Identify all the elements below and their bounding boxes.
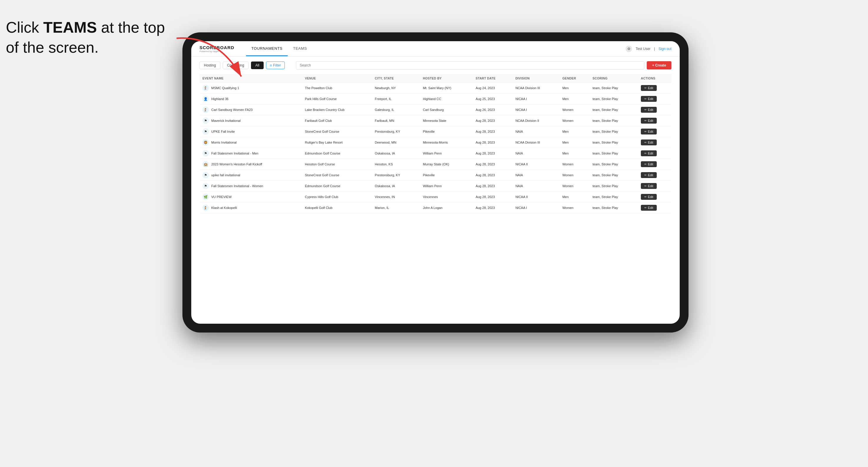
event-name-text: Maverick Invitational xyxy=(211,119,241,122)
filter-button[interactable]: ≡ Filter xyxy=(266,62,285,69)
event-name-text: 2023 Women's Hesston Fall Kickoff xyxy=(211,162,262,166)
cell-start-date: Aug 28, 2023 xyxy=(472,181,512,192)
cell-venue: StoneCrest Golf Course xyxy=(302,126,372,137)
cell-start-date: Aug 28, 2023 xyxy=(472,148,512,159)
cell-start-date: Aug 28, 2023 xyxy=(472,203,512,213)
cell-venue: Cypress Hills Golf Club xyxy=(302,192,372,203)
cell-scoring: team, Stroke Play xyxy=(590,115,638,126)
cell-event-name: 🦁 Morris Invitational xyxy=(199,137,302,148)
cell-actions: Edit xyxy=(638,137,672,148)
event-name-text: UPKE Fall Invite xyxy=(211,130,235,133)
col-scoring: SCORING xyxy=(590,74,638,83)
event-icon: 🏌 xyxy=(203,106,209,113)
cell-hosted-by: Minnesota State xyxy=(420,115,472,126)
cell-city-state: Oskaloosa, IA xyxy=(372,181,420,192)
tablet-screen: SCOREBOARD Powered by clippit TOURNAMENT… xyxy=(191,41,680,324)
cell-venue: Faribault Golf Club xyxy=(302,115,372,126)
event-name-text: Fall Statesmen Invitational - Men xyxy=(211,152,258,155)
edit-button[interactable]: Edit xyxy=(641,129,657,134)
edit-button[interactable]: Edit xyxy=(641,107,657,113)
cell-city-state: Freeport, IL xyxy=(372,94,420,104)
instruction-text: Click TEAMS at the top of the screen. xyxy=(6,18,177,57)
edit-button[interactable]: Edit xyxy=(641,205,657,211)
cell-hosted-by: Vincennes xyxy=(420,192,472,203)
cell-event-name: ⚑ Fall Statesmen Invitational - Women xyxy=(199,181,302,192)
table-row: ⚑ upike fall invitational StoneCrest Gol… xyxy=(199,170,672,181)
cell-hosted-by: Highland CC xyxy=(420,94,472,104)
table-row: 🏌 Carl Sandburg Women FA23 Lake Bracken … xyxy=(199,104,672,115)
col-hosted-by: HOSTED BY xyxy=(420,74,472,83)
edit-button[interactable]: Edit xyxy=(641,194,657,200)
event-name-text: VU PREVIEW xyxy=(211,195,231,199)
cell-venue: Hesston Golf Course xyxy=(302,159,372,170)
col-gender: GENDER xyxy=(559,74,590,83)
cell-hosted-by: John A Logan xyxy=(420,203,472,213)
cell-city-state: Deerwood, MN xyxy=(372,137,420,148)
cell-gender: Women xyxy=(559,170,590,181)
cell-scoring: team, Stroke Play xyxy=(590,203,638,213)
cell-city-state: Newburgh, NY xyxy=(372,83,420,94)
table-container: EVENT NAME VENUE CITY, STATE HOSTED BY S… xyxy=(199,74,672,319)
cell-city-state: Galesburg, IL xyxy=(372,104,420,115)
cell-scoring: team, Stroke Play xyxy=(590,181,638,192)
nav-separator: | xyxy=(654,47,655,51)
event-name-text: Fall Statesmen Invitational - Women xyxy=(211,184,263,188)
cell-actions: Edit xyxy=(638,192,672,203)
table-row: ⚑ UPKE Fall Invite StoneCrest Golf Cours… xyxy=(199,126,672,137)
edit-button[interactable]: Edit xyxy=(641,150,657,156)
cell-actions: Edit xyxy=(638,203,672,213)
table-header-row: EVENT NAME VENUE CITY, STATE HOSTED BY S… xyxy=(199,74,672,83)
cell-division: NICAA II xyxy=(513,159,560,170)
cell-event-name: 👤 Highland 36 xyxy=(199,94,302,104)
col-venue: VENUE xyxy=(302,74,372,83)
event-icon: 🏫 xyxy=(203,161,209,167)
cell-division: NAIA xyxy=(513,148,560,159)
create-button[interactable]: + Create xyxy=(647,61,672,69)
filter-icon: ≡ xyxy=(270,63,272,67)
edit-button[interactable]: Edit xyxy=(641,172,657,178)
event-name-text: Morris Invitational xyxy=(211,141,237,144)
cell-gender: Men xyxy=(559,137,590,148)
settings-icon[interactable]: ⚙ xyxy=(625,45,632,52)
cell-hosted-by: Murray State (OK) xyxy=(420,159,472,170)
event-icon: ⚑ xyxy=(203,117,209,124)
col-start-date: START DATE xyxy=(472,74,512,83)
cell-division: NCAA Division III xyxy=(513,83,560,94)
cell-division: NCAA Division III xyxy=(513,137,560,148)
cell-actions: Edit xyxy=(638,126,672,137)
edit-button[interactable]: Edit xyxy=(641,96,657,102)
cell-gender: Women xyxy=(559,159,590,170)
edit-button[interactable]: Edit xyxy=(641,85,657,91)
signout-link[interactable]: Sign out xyxy=(658,47,672,51)
cell-start-date: Aug 26, 2023 xyxy=(472,104,512,115)
search-box xyxy=(296,61,645,69)
cell-scoring: team, Stroke Play xyxy=(590,159,638,170)
event-icon: 🏌 xyxy=(203,85,209,91)
tab-tournaments[interactable]: TOURNAMENTS xyxy=(246,41,288,56)
search-input[interactable] xyxy=(296,61,645,69)
tournaments-table: EVENT NAME VENUE CITY, STATE HOSTED BY S… xyxy=(199,74,672,213)
edit-button[interactable]: Edit xyxy=(641,183,657,189)
hosting-button[interactable]: Hosting xyxy=(199,62,220,69)
event-name-text: upike fall invitational xyxy=(211,173,240,177)
cell-gender: Men xyxy=(559,94,590,104)
all-button[interactable]: All xyxy=(251,62,264,69)
cell-actions: Edit xyxy=(638,115,672,126)
cell-gender: Women xyxy=(559,104,590,115)
competing-button[interactable]: Competing xyxy=(223,62,249,69)
cell-actions: Edit xyxy=(638,170,672,181)
cell-scoring: team, Stroke Play xyxy=(590,126,638,137)
edit-button[interactable]: Edit xyxy=(641,139,657,145)
event-icon: 🏌 xyxy=(203,205,209,211)
cell-actions: Edit xyxy=(638,104,672,115)
cell-hosted-by: Pikeville xyxy=(420,126,472,137)
tab-teams[interactable]: TEAMS xyxy=(288,41,312,56)
cell-start-date: Aug 24, 2023 xyxy=(472,83,512,94)
cell-city-state: Prestonsburg, KY xyxy=(372,126,420,137)
edit-button[interactable]: Edit xyxy=(641,161,657,167)
nav-bar: SCOREBOARD Powered by clippit TOURNAMENT… xyxy=(191,41,680,57)
cell-city-state: Vincennes, IN xyxy=(372,192,420,203)
nav-tabs: TOURNAMENTS TEAMS xyxy=(246,41,312,56)
edit-button[interactable]: Edit xyxy=(641,118,657,124)
cell-scoring: team, Stroke Play xyxy=(590,94,638,104)
